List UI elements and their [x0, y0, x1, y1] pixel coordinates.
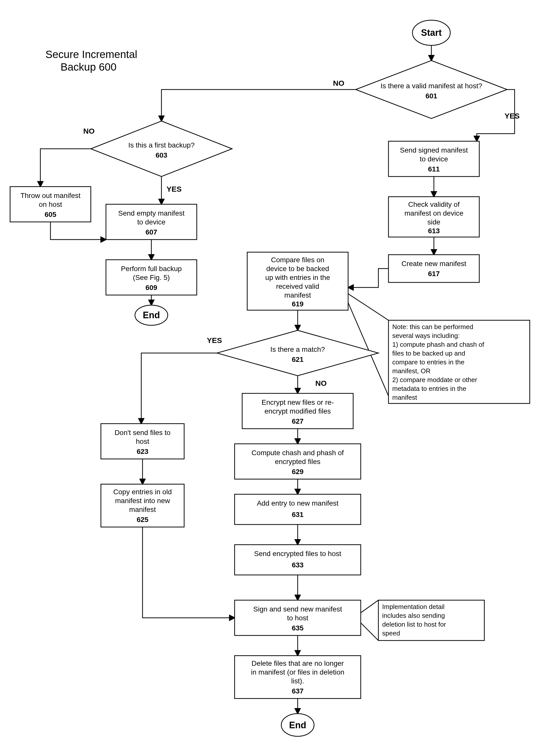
process-631-num: 631 [292, 511, 304, 519]
process-611-num: 611 [428, 165, 440, 173]
yes-621: YES [207, 336, 222, 344]
process-633-num: 633 [292, 561, 304, 569]
process-629-l2: encrypted files [275, 458, 321, 465]
process-607-l2: to device [137, 218, 165, 226]
process-619-l3: up with entries in the [265, 274, 330, 281]
yes-601: YES [505, 112, 520, 120]
process-633-l1: Send encrypted files to host [254, 550, 341, 557]
process-623-num: 623 [137, 448, 149, 455]
process-635-num: 635 [292, 624, 304, 632]
process-619-l5: manifest [284, 291, 311, 299]
note-619-l6: manifest, OR [392, 367, 431, 375]
diagram-title-l1: Secure Incremental [45, 48, 137, 60]
no-621: NO [315, 379, 327, 387]
process-633 [234, 545, 361, 575]
process-613-l3: side [427, 218, 440, 226]
process-609-l1: Perform full backup [121, 265, 182, 273]
start-label: Start [421, 27, 442, 38]
note-619-l2: several ways including: [392, 332, 460, 339]
process-635-l2: to host [287, 614, 308, 622]
note-619-l7: 2) compare moddate or other [392, 376, 477, 384]
process-609-num: 609 [146, 284, 157, 292]
process-625-l1: Copy entries in old [113, 488, 172, 496]
decision-621-num: 621 [292, 356, 304, 363]
process-623-l2: host [136, 437, 149, 445]
decision-601-num: 601 [426, 92, 438, 100]
process-631 [234, 494, 361, 525]
process-637-l1: Delete files that are no longer [251, 659, 344, 667]
process-613-l1: Check validity of [408, 201, 460, 208]
process-605-num: 605 [45, 210, 57, 219]
note-635-l3: deletion list to host for [382, 621, 446, 628]
process-619-l4: received valid [276, 282, 319, 290]
note-619-l4: files to be backed up and [392, 349, 465, 357]
process-607-num: 607 [146, 228, 157, 236]
process-605-l2: on host [39, 201, 62, 208]
process-629-num: 629 [292, 468, 304, 476]
process-609-l2: (See Fig. 5) [133, 274, 170, 281]
note-619-l9: manifest [392, 394, 417, 401]
decision-621-text: Is there a match? [270, 345, 325, 353]
decision-601-text: Is there a valid manifest at host? [380, 82, 482, 90]
end-label-1: End [143, 310, 160, 320]
process-637-l3: list). [291, 677, 304, 685]
decision-603-text: Is this a first backup? [128, 141, 195, 149]
note-619-l8: metadata to entries in the [392, 385, 466, 392]
process-617 [388, 255, 479, 282]
process-617-num: 617 [428, 270, 440, 278]
process-627-l2: encrypt modified files [264, 407, 331, 415]
process-635-l1: Sign and send new manifest [253, 605, 342, 613]
note-619-l5: compare to entries in the [392, 358, 464, 366]
flowchart-secure-incremental-backup: Secure Incremental Backup 600 Start Is t… [0, 0, 559, 756]
note-619-l1: Note: this can be performed [392, 323, 473, 330]
process-605-l1: Throw out manifest [20, 192, 81, 200]
process-611-l2: to device [420, 155, 448, 163]
process-617-l1: Create new manifest [402, 260, 466, 268]
process-611-l1: Send signed manifest [400, 146, 468, 154]
no-601: NO [333, 79, 344, 87]
process-619-num: 619 [292, 300, 304, 308]
end-label-2: End [289, 720, 306, 730]
no-603: NO [83, 127, 95, 135]
process-619-l1: Compare files on [271, 256, 325, 264]
process-637-l2: in manifest (or files in deletion [251, 668, 344, 676]
process-625-l2: manifest into new [115, 497, 170, 505]
yes-603: YES [166, 185, 182, 193]
process-627-l1: Encrypt new files or re- [262, 398, 334, 406]
diagram-title-l2: Backup 600 [61, 61, 116, 73]
process-613-l2: manifest on device [404, 209, 463, 217]
process-625-num: 625 [137, 516, 149, 524]
process-607-l1: Send empty manifest [118, 209, 184, 217]
note-635-l4: speed [382, 629, 400, 637]
process-627-num: 627 [292, 417, 304, 425]
process-625-l3: manifest [129, 506, 156, 513]
process-631-l1: Add entry to new manifest [257, 499, 338, 507]
note-619-l3: 1) compute phash and chash of [392, 341, 484, 348]
process-623-l1: Don't send files to [114, 429, 171, 436]
note-635-l1: Implementation detail [382, 603, 445, 611]
process-613-num: 613 [428, 227, 440, 235]
process-629-l1: Compute chash and phash of [251, 449, 344, 457]
note-635-l2: includes also sending [382, 612, 445, 619]
decision-603-num: 603 [156, 151, 167, 159]
process-619-l2: device to be backed [266, 265, 329, 273]
process-637-num: 637 [292, 687, 304, 695]
